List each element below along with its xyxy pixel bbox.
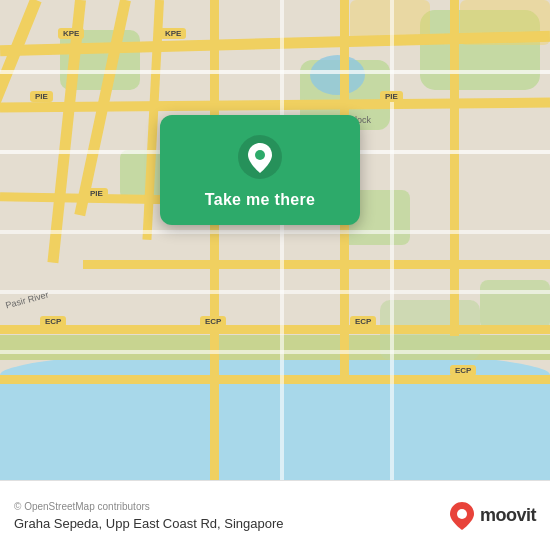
svg-point-1: [255, 150, 265, 160]
minor-road: [0, 230, 550, 234]
svg-point-2: [457, 509, 467, 519]
location-info: © OpenStreetMap contributors Graha Seped…: [14, 501, 284, 531]
road: [0, 325, 550, 334]
road: [450, 0, 459, 336]
minor-road: [280, 0, 284, 480]
roads-layer: [0, 0, 550, 480]
moovit-wordmark: moovit: [480, 505, 536, 526]
minor-road: [0, 290, 550, 294]
kpe-road-label: KPE: [160, 28, 186, 39]
road: [83, 260, 551, 269]
ecp-road-label: ECP: [350, 316, 376, 327]
location-pin-icon: [238, 135, 282, 179]
pie-road-label: PIE: [380, 91, 403, 102]
pie-road-label: PIE: [30, 91, 53, 102]
osm-attribution: © OpenStreetMap contributors: [14, 501, 284, 512]
map-area[interactable]: KPE KPE PIE PIE PIE ECP ECP ECP ECP dock…: [0, 0, 550, 480]
road: [0, 98, 550, 113]
minor-road: [390, 0, 394, 480]
minor-road: [0, 70, 550, 74]
road: [0, 0, 42, 262]
moovit-logo-icon: [450, 502, 474, 530]
ecp-road-label: ECP: [200, 316, 226, 327]
road: [0, 375, 550, 384]
kpe-road-label: KPE: [58, 28, 84, 39]
location-address: Graha Sepeda, Upp East Coast Rd, Singapo…: [14, 516, 284, 531]
minor-road: [0, 350, 550, 354]
ecp-road-label: ECP: [450, 365, 476, 376]
pie-road-label: PIE: [85, 188, 108, 199]
cta-card[interactable]: Take me there: [160, 115, 360, 225]
ecp-road-label: ECP: [40, 316, 66, 327]
road: [47, 0, 86, 263]
bottom-info-bar: © OpenStreetMap contributors Graha Seped…: [0, 480, 550, 550]
take-me-there-button[interactable]: Take me there: [205, 191, 315, 209]
moovit-branding: moovit: [450, 502, 536, 530]
